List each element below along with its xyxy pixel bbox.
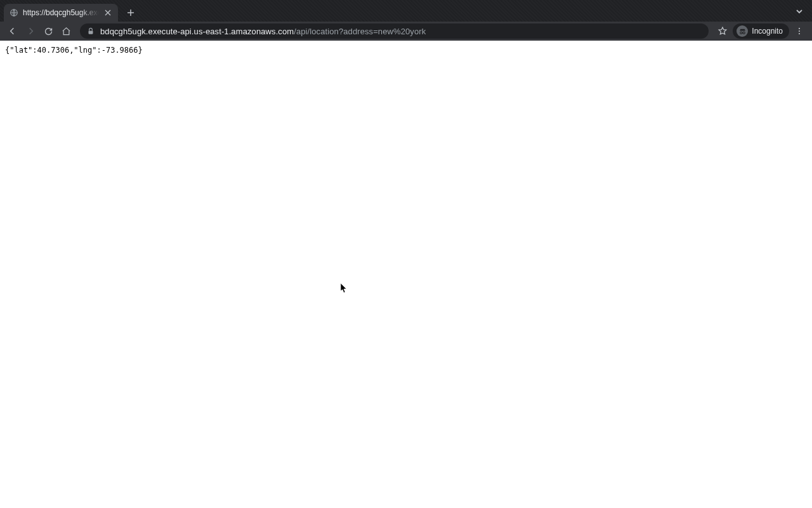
incognito-indicator[interactable]: Incognito [733,23,789,39]
svg-point-4 [799,28,800,29]
bookmark-button[interactable] [715,23,730,39]
tab-title: https://bdqcgh5ugk.execute-api.us-east-1… [23,8,99,17]
tabs-dropdown-button[interactable] [793,5,806,18]
url-text: bdqcgh5ugk.execute-api.us-east-1.amazona… [100,27,426,36]
url-path: /api/location?address=new%20york [294,27,426,36]
back-button[interactable] [5,23,20,39]
address-bar[interactable]: bdqcgh5ugk.execute-api.us-east-1.amazona… [80,23,709,39]
url-domain: bdqcgh5ugk.execute-api.us-east-1.amazona… [100,27,294,36]
svg-point-5 [799,30,800,32]
incognito-icon [737,25,748,37]
globe-icon [9,8,19,18]
browser-chrome: https://bdqcgh5ugk.execute-api.us-east-1… [0,0,812,41]
forward-button[interactable] [23,23,38,39]
page-body: {"lat":40.7306,"lng":-73.9866} [0,41,812,508]
home-button[interactable] [58,23,74,39]
svg-point-6 [799,33,800,34]
kebab-menu-button[interactable] [792,23,807,39]
incognito-label: Incognito [752,27,783,36]
new-tab-button[interactable] [122,4,140,22]
reload-button[interactable] [41,23,56,39]
toolbar: bdqcgh5ugk.execute-api.us-east-1.amazona… [0,22,812,41]
tab-active[interactable]: https://bdqcgh5ugk.execute-api.us-east-1… [4,4,118,22]
svg-rect-1 [89,30,93,34]
lock-icon [86,27,95,36]
svg-point-3 [743,32,745,34]
svg-point-2 [740,32,742,34]
tab-strip: https://bdqcgh5ugk.execute-api.us-east-1… [0,0,812,22]
close-icon[interactable] [103,8,113,18]
